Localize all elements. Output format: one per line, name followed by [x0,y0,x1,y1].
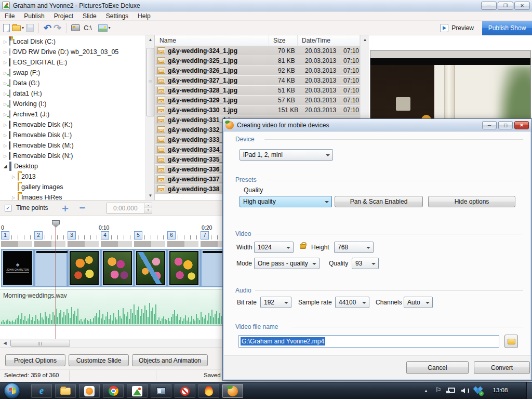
spin-down-icon[interactable]: ▼ [144,208,152,213]
quality-select[interactable]: High quality [240,196,332,207]
redo-button[interactable]: ↷ [54,22,61,34]
add-time-point-button[interactable]: ＋ [58,203,73,213]
width-select[interactable]: 1024 [254,242,294,253]
preview-button[interactable]: Preview [440,21,474,35]
expand-icon[interactable]: ▷ [2,133,8,138]
table-row[interactable]: g&y-wedding-328_1.jpg51 KB20.03.201307:1… [155,86,360,96]
column-header-datetime[interactable]: Date/Time [298,35,360,46]
taskbar-item-blocker[interactable] [175,384,195,398]
expand-icon[interactable]: ▷ [2,50,8,55]
timeline-scrollbar-thumb[interactable] [10,340,70,347]
customize-slide-button[interactable]: Customize Slide [69,354,129,366]
hide-options-button[interactable]: Hide options [428,196,515,207]
menu-publish[interactable]: Publish [19,12,49,20]
expand-icon[interactable]: ▷ [2,154,8,158]
taskbar-item-picturestoexe[interactable] [127,384,148,398]
taskbar-item-media-player[interactable] [79,384,100,398]
tree-item-2013[interactable]: ▷2013 [0,171,145,182]
table-row[interactable]: g&y-wedding-325_1.jpg81 KB20.03.201307:1… [155,56,360,66]
project-options-button[interactable]: Project Options [5,354,65,366]
new-project-button[interactable] [3,22,10,34]
taskbar-item-flame[interactable] [198,384,219,398]
dialog-close-icon[interactable]: ✕ [514,121,529,129]
tree-item-swap-f-[interactable]: ▷swap (F:) [0,68,145,78]
action-center-flag-icon[interactable]: ⚐ [435,386,442,394]
dialog-maximize-icon[interactable]: ◻ [498,121,513,129]
tree-item-dvd-rw-drive-d-wb-2013-03-05[interactable]: ▷DVD RW Drive (D:) wb_2013_03_05 [0,47,145,57]
samplerate-select[interactable]: 44100 [335,297,369,308]
video-filename-input[interactable]: G:\Graham and Yvonne2.mp4 [238,335,499,348]
slide-number-tab[interactable]: 7 [201,231,209,240]
expand-icon[interactable]: ▷ [2,143,8,148]
slide-thumbnail-2[interactable] [34,249,68,287]
cancel-button[interactable]: Cancel [406,361,469,374]
menu-help[interactable]: Help [133,12,155,20]
lock-aspect-icon[interactable] [300,244,306,249]
tree-item-removable-disk-n-[interactable]: ▷Removable Disk (N:) [0,151,145,161]
table-row[interactable]: g&y-wedding-329_1.jpg57 KB20.03.201307:1… [155,96,360,105]
table-row[interactable]: g&y-wedding-327_1.jpg74 KB20.03.201307:1… [155,76,360,86]
pan-scan-button[interactable]: Pan & Scan Enabled [335,196,423,207]
slide-thumbnail-1[interactable]: ✻JOHN CHARLTON [1,249,34,287]
slide-number-tab[interactable]: 2 [34,231,43,240]
menu-project[interactable]: Project [49,12,78,20]
dropbox-icon[interactable]: ✓ [474,387,482,394]
tree-item-local-disk-c-[interactable]: ▷Local Disk (C:) [0,36,145,47]
device-select[interactable]: iPad 1, 2, mini [240,149,333,161]
publish-show-button[interactable]: Publish Show [482,21,532,35]
channels-select[interactable]: Auto [404,297,433,308]
tree-item-removable-disk-k-[interactable]: ▷Removable Disk (K:) [0,119,145,130]
tree-scrollbar-thumb[interactable] [147,48,154,116]
slide-thumbnail-3[interactable] [68,249,101,287]
tree-scrollbar[interactable]: ▲ ▼ [145,35,154,200]
speaker-icon[interactable] [461,388,465,393]
slide-number-tab[interactable]: 4 [101,231,109,240]
tree-item-data1-h-[interactable]: ▷data1 (H:) [0,88,145,99]
taskbar-item-video-converter-active[interactable] [222,384,243,398]
expand-icon[interactable]: ▷ [2,60,8,65]
minimize-icon[interactable]: ─ [481,2,497,10]
save-button[interactable] [26,22,34,34]
tree-item-data-g-[interactable]: ▷Data (G:) [0,78,145,88]
slide-number-tab[interactable]: 3 [68,231,76,240]
time-points-checkbox[interactable]: ✓ [5,205,11,211]
objects-animation-button[interactable]: Objects and Animation [132,354,208,366]
tree-item-images-hires[interactable]: ▷Images HiRes [0,192,145,200]
menu-file[interactable]: File [0,12,19,20]
scroll-up-icon[interactable]: ▲ [361,36,369,44]
spinner-buttons[interactable]: ▲▼ [144,203,152,213]
browse-button[interactable] [504,335,518,348]
show-desktop-button[interactable] [526,382,532,399]
tree-item-removable-disk-m-[interactable]: ▷Removable Disk (M:) [0,140,145,151]
slide-number-tab[interactable]: 6 [167,231,176,240]
start-button[interactable] [4,383,20,398]
taskbar-item-explorer[interactable] [55,384,76,398]
network-icon[interactable] [448,388,455,393]
slide-number-tab[interactable]: 5 [134,231,142,240]
table-row[interactable]: g&y-wedding-330_1.jpg151 KB20.03.201307:… [155,105,360,115]
convert-button[interactable]: Convert [474,361,530,374]
scroll-left-icon[interactable]: ◀ [1,340,9,347]
tree-item-archive1-j-[interactable]: ▷Archive1 (J:) [0,109,145,119]
menu-settings[interactable]: Settings [101,12,133,20]
taskbar-item-display[interactable] [151,384,171,398]
taskbar-item-ie[interactable]: e [31,384,52,398]
column-header-name[interactable]: Name [155,35,269,46]
open-project-button[interactable]: ▾ [12,22,24,34]
scroll-down-icon[interactable]: ▼ [147,192,154,200]
tray-expand-icon[interactable]: ▲ [424,389,428,393]
video-quality-select[interactable]: 93 [352,258,379,269]
column-header-size[interactable]: Size [269,35,298,46]
tree-item-working-i-[interactable]: ▷Working (I:) [0,99,145,109]
tree-item-desktop[interactable]: ◢Desktop [0,161,145,171]
undo-button[interactable]: ↶ [44,22,51,34]
dialog-minimize-icon[interactable]: ─ [482,121,497,129]
close-icon[interactable]: ✕ [514,2,530,10]
tree-item-gallery-images[interactable]: gallery images [0,182,145,192]
scroll-up-icon[interactable]: ▲ [147,36,154,44]
expand-icon[interactable]: ▷ [2,39,8,44]
slide-number-tab[interactable]: 1 [1,231,9,240]
menu-slide[interactable]: Slide [78,12,101,20]
taskbar-clock[interactable]: 13:08 [487,387,513,393]
tree-item-removable-disk-l-[interactable]: ▷Removable Disk (L:) [0,130,145,140]
